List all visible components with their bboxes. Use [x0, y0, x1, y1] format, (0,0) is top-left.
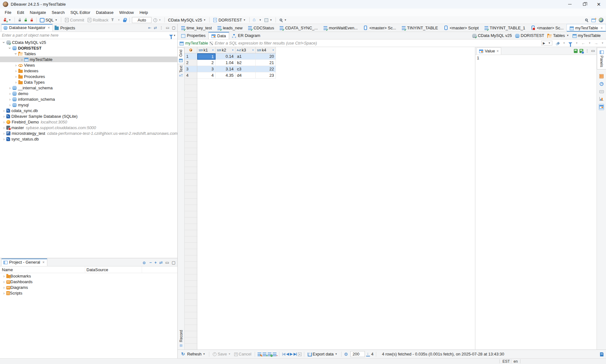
column-header-k1[interactable]: 123k1▼ — [197, 47, 216, 53]
grid-cell[interactable]: d4 — [235, 72, 256, 79]
tree-item-procedures[interactable]: ›Procedures — [0, 74, 177, 79]
subtab-data[interactable]: Data — [208, 32, 229, 39]
tree-item-internal-schema[interactable]: ›__internal_schema — [0, 85, 177, 91]
grid-cell[interactable]: 3.14 — [216, 66, 235, 72]
menu-navigate[interactable]: Navigate — [27, 9, 49, 15]
chevron-collapsed-icon[interactable]: › — [14, 75, 18, 79]
restore-button[interactable] — [577, 0, 591, 9]
filter-history-icon[interactable]: ▼ — [548, 42, 551, 45]
commit-button[interactable]: Commit — [63, 17, 85, 23]
tree-item-doristest[interactable]: ›DORISTEST — [0, 45, 177, 51]
duplicate-row-icon[interactable]: ⊕ — [268, 353, 271, 356]
chevron-expanded-icon[interactable]: › — [14, 51, 18, 56]
collapse-all-icon[interactable]: ⇤ — [148, 26, 151, 30]
last-row-icon[interactable]: ▶| — [294, 352, 297, 356]
project-item-bookmarks[interactable]: ›Bookmarks — [0, 273, 177, 279]
grid-cell[interactable]: b2 — [235, 60, 256, 66]
editor-tab-tinyint-table[interactable]: TINYINT_TABLE — [399, 24, 441, 32]
breadcrumb-mytesttable[interactable]: myTestTable — [572, 33, 602, 38]
transaction-log-button[interactable]: Ŧ▼ — [110, 17, 122, 23]
editor-tab-master-sc[interactable]: <master> Sc... — [528, 24, 567, 32]
project-item-diagrams[interactable]: ›Diagrams — [0, 284, 177, 290]
fetch-settings-icon[interactable]: ⚙ — [344, 352, 349, 357]
value-menu-icon[interactable]: ⋮ — [585, 48, 589, 53]
chevron-collapsed-icon[interactable]: › — [8, 92, 12, 96]
editor-tab-leads-new[interactable]: leads_new — [215, 24, 245, 32]
tab-panels[interactable]: Panels — [597, 48, 606, 69]
chevron-collapsed-icon[interactable]: › — [2, 109, 6, 113]
column-datasource[interactable]: DataSource — [85, 266, 142, 273]
grid-corner-cell[interactable] — [185, 47, 197, 53]
navigator-filter-funnel-icon[interactable] — [169, 35, 173, 37]
breadcrumb-tables[interactable]: Tables▼ — [546, 33, 570, 38]
breadcrumb-doristest[interactable]: DORISTEST — [514, 33, 545, 38]
menu-help[interactable]: Help — [137, 9, 151, 15]
chevron-collapsed-icon[interactable]: › — [2, 137, 6, 141]
tree-item-sync-status-db[interactable]: ›sync_status.db — [0, 136, 177, 142]
chevron-collapsed-icon[interactable]: › — [14, 69, 18, 73]
export-data-button[interactable]: Export data▼ — [307, 351, 339, 357]
lock-icon[interactable] — [123, 20, 126, 22]
chevron-collapsed-icon[interactable]: › — [2, 285, 6, 289]
grid-cell[interactable]: 23 — [256, 72, 276, 79]
connect-icon[interactable] — [17, 17, 22, 22]
grid-cell[interactable]: 21 — [256, 60, 276, 66]
editor-tab-tinyint-table-1[interactable]: TINYINT_TABLE_1 — [482, 24, 528, 32]
sql-filter-input[interactable]: Enter a SQL expression to filter results… — [215, 41, 539, 45]
grid-cell[interactable]: 20 — [256, 53, 276, 60]
new-connection-button[interactable]: +▼ — [1, 17, 12, 23]
edit-cell-icon[interactable]: ✎ — [258, 353, 261, 356]
tree-item-demo[interactable]: ›demo — [0, 91, 177, 96]
grid-cell[interactable]: 4 — [197, 72, 216, 79]
chevron-collapsed-icon[interactable]: › — [8, 97, 12, 101]
fetch-all-icon[interactable] — [366, 353, 370, 356]
chevron-collapsed-icon[interactable]: › — [2, 126, 6, 130]
chevron-collapsed-icon[interactable]: › — [14, 63, 18, 67]
row-number[interactable]: 4 — [185, 72, 197, 79]
minimize-button[interactable] — [562, 0, 577, 9]
row-number[interactable]: 1 — [185, 53, 197, 60]
project-settings-icon[interactable]: ⚙ — [142, 260, 147, 265]
tab-projects[interactable]: Projects — [53, 24, 78, 32]
expand-icon[interactable]: + — [154, 260, 157, 265]
tree-item-tables[interactable]: ›Tables — [0, 51, 177, 57]
filters-icon[interactable] — [568, 42, 572, 45]
language-indicator[interactable]: en — [514, 359, 518, 364]
record-mode-toggle[interactable]: Record ⊟ — [179, 330, 183, 349]
clear-filter-icon[interactable] — [556, 42, 560, 46]
grid-cell[interactable]: 4.35 — [216, 72, 235, 79]
grid-cell[interactable]: 2 — [197, 60, 216, 66]
menu-database[interactable]: Database — [93, 9, 116, 15]
collapse-icon[interactable]: − — [149, 260, 152, 265]
apply-filter-icon[interactable]: ▶ — [543, 41, 545, 45]
metadata-panel-icon[interactable] — [599, 90, 604, 93]
add-row-icon[interactable]: + — [263, 353, 266, 356]
column-dropdown-icon[interactable]: ▼ — [212, 49, 214, 51]
grid-cell[interactable]: 3 — [197, 66, 216, 72]
menu-search[interactable]: Search — [49, 9, 68, 15]
close-navigator-tab-icon[interactable]: × — [48, 26, 50, 30]
tree-item-data-types[interactable]: ›Data Types — [0, 79, 177, 85]
column-header-k2[interactable]: 123k2▼ — [216, 47, 235, 53]
column-dropdown-icon[interactable]: ▼ — [272, 49, 274, 51]
editor-tab-cdata-sync[interactable]: CDATA_SYNC_... — [277, 24, 321, 32]
chart-panel-icon[interactable] — [599, 97, 603, 101]
first-row-icon[interactable]: |◀ — [282, 352, 285, 356]
expand-filter-icon[interactable] — [210, 42, 213, 45]
grid-cell[interactable]: c3 — [235, 66, 256, 72]
chevron-collapsed-icon[interactable]: › — [20, 57, 24, 62]
tab-database-navigator[interactable]: Database Navigator × — [1, 24, 53, 32]
chevron-expanded-icon[interactable]: › — [8, 46, 12, 51]
breadcrumb-dropdown-icon[interactable]: ▼ — [566, 34, 569, 37]
grid-cell[interactable]: 22 — [256, 66, 276, 72]
breadcrumb-cdata-mysql-v25[interactable]: CData MySQL v25 — [471, 33, 513, 38]
column-header-k4[interactable]: 123k4▼ — [256, 47, 276, 53]
menu-edit[interactable]: Edit — [14, 9, 27, 15]
goto-row-icon[interactable] — [298, 353, 301, 356]
tab-text-presentation[interactable]: Text ≡T — [178, 64, 184, 79]
maximize-view-icon[interactable]: ▢ — [172, 26, 175, 30]
grid-cell[interactable]: 1.04 — [216, 60, 235, 66]
rollback-button[interactable]: Rollback — [86, 17, 110, 23]
chevron-collapsed-icon[interactable]: › — [2, 291, 6, 295]
grid-print-button[interactable]: ▼ — [264, 17, 273, 23]
